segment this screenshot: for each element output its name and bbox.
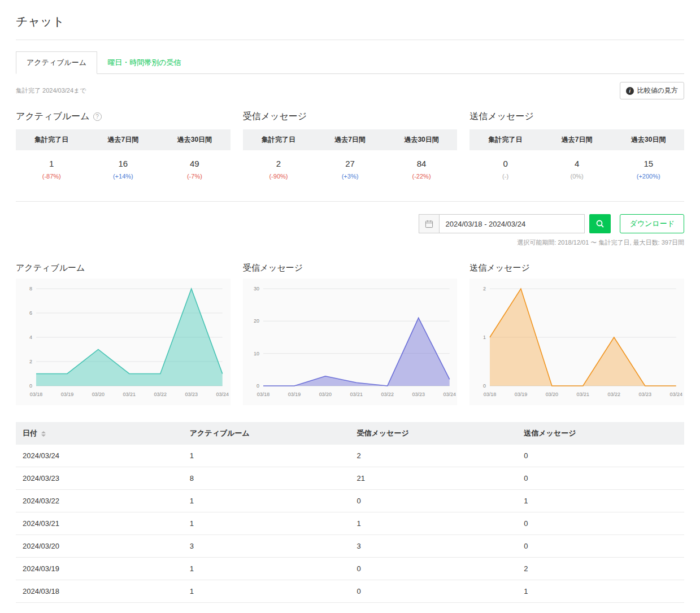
- svg-text:4: 4: [29, 334, 32, 340]
- date-range-input[interactable]: [439, 214, 585, 233]
- stat-card: 受信メッセージ集計完了日過去7日間過去30日間2(-90%)27(+3%)84(…: [243, 111, 458, 185]
- svg-text:03/24: 03/24: [670, 392, 682, 397]
- table-row: 2024/03/19102: [16, 558, 684, 580]
- stat-change: (-87%): [16, 173, 88, 180]
- table-row: 2024/03/20330: [16, 535, 684, 558]
- svg-text:03/23: 03/23: [412, 392, 424, 397]
- table-row: 2024/03/21110: [16, 512, 684, 535]
- stat-change: (+3%): [314, 173, 386, 180]
- table-cell: 1: [183, 558, 350, 580]
- stat-change: (+14%): [88, 173, 159, 180]
- stat-value: 1: [16, 159, 88, 168]
- help-circle-icon[interactable]: ?: [93, 112, 102, 121]
- svg-text:03/20: 03/20: [92, 392, 105, 397]
- tab-active-rooms[interactable]: アクティブルーム: [16, 51, 97, 74]
- stat-value: 4: [541, 159, 613, 168]
- stat-change: (-7%): [159, 173, 231, 180]
- svg-text:03/22: 03/22: [381, 392, 393, 397]
- stat-card-values-row: 1(-87%)16(+14%)49(-7%): [16, 150, 231, 185]
- table-cell: 0: [517, 512, 684, 535]
- svg-text:6: 6: [29, 310, 32, 316]
- table-cell: 2024/03/22: [16, 490, 183, 512]
- aggregation-status: 集計完了 2024/03/24まで: [16, 86, 86, 95]
- page-title: チャット: [16, 14, 684, 29]
- svg-text:03/20: 03/20: [546, 392, 558, 397]
- stat-value-cell: 16(+14%): [88, 159, 159, 180]
- stat-card-values-row: 0(-)4(0%)15(+200%): [469, 150, 684, 185]
- info-icon: i: [626, 87, 634, 95]
- svg-text:03/24: 03/24: [216, 392, 228, 397]
- stat-column-label: 過去7日間: [541, 129, 613, 150]
- sort-icon[interactable]: [41, 431, 46, 437]
- stat-value: 49: [159, 159, 231, 168]
- search-button[interactable]: [589, 214, 611, 233]
- table-cell: 3: [183, 535, 350, 558]
- stat-change: (-): [469, 173, 541, 180]
- tab-weekday-hourly[interactable]: 曜日・時間帯別の受信: [97, 52, 191, 73]
- tab-bar: アクティブルーム 曜日・時間帯別の受信: [16, 51, 684, 74]
- stat-change: (0%): [541, 173, 613, 180]
- svg-text:03/18: 03/18: [484, 392, 496, 397]
- stat-column-label: 過去30日間: [612, 129, 684, 150]
- svg-text:03/23: 03/23: [639, 392, 651, 397]
- date-range-hint: 選択可能期間: 2018/12/01 〜 集計完了日, 最大日数: 397日間: [16, 238, 684, 247]
- stat-column-label: 過去7日間: [314, 129, 386, 150]
- table-cell: 3: [350, 535, 518, 558]
- sort-down-arrow: [41, 434, 46, 437]
- table-cell: 0: [517, 535, 684, 558]
- table-header-3: 送信メッセージ: [517, 422, 684, 445]
- stat-card-title: 受信メッセージ: [243, 111, 458, 123]
- table-cell: 0: [350, 580, 518, 603]
- stat-card: 送信メッセージ集計完了日過去7日間過去30日間0(-)4(0%)15(+200%…: [469, 111, 684, 185]
- stat-card: アクティブルーム?集計完了日過去7日間過去30日間1(-87%)16(+14%)…: [16, 111, 231, 185]
- stat-value: 84: [386, 159, 458, 168]
- stat-change: (-90%): [243, 173, 315, 180]
- area-chart: 01203/1803/1903/2003/2103/2203/2303/24: [469, 279, 684, 405]
- svg-text:03/23: 03/23: [185, 392, 197, 397]
- stat-column-label: 集計完了日: [243, 129, 315, 150]
- svg-text:03/21: 03/21: [577, 392, 589, 397]
- svg-text:03/20: 03/20: [319, 392, 331, 397]
- table-header-2: 受信メッセージ: [350, 422, 518, 445]
- chart-panel: 受信メッセージ010203003/1803/1903/2003/2103/220…: [243, 263, 458, 405]
- section-divider: [16, 201, 684, 202]
- table-cell: 0: [517, 467, 684, 490]
- svg-text:03/22: 03/22: [608, 392, 620, 397]
- stat-cards-row: アクティブルーム?集計完了日過去7日間過去30日間1(-87%)16(+14%)…: [16, 111, 684, 185]
- comparison-help-button[interactable]: i 比較値の見方: [620, 82, 684, 99]
- calendar-icon-button[interactable]: [419, 214, 439, 233]
- svg-text:03/21: 03/21: [350, 392, 362, 397]
- stat-value: 27: [314, 159, 386, 168]
- table-header-row: 日付アクティブルーム受信メッセージ送信メッセージ: [16, 422, 684, 445]
- table-header-0[interactable]: 日付: [16, 422, 183, 445]
- stat-card-header-row: 集計完了日過去7日間過去30日間: [16, 129, 231, 150]
- chat-analytics-page: チャット アクティブルーム 曜日・時間帯別の受信 集計完了 2024/03/24…: [0, 0, 700, 613]
- stat-value: 2: [243, 159, 315, 168]
- table-cell: 1: [183, 580, 350, 603]
- svg-text:03/21: 03/21: [123, 392, 136, 397]
- stat-column-label: 集計完了日: [16, 129, 88, 150]
- stat-value-cell: 4(0%): [541, 159, 613, 180]
- chart-title: 送信メッセージ: [469, 263, 684, 273]
- svg-text:03/19: 03/19: [288, 392, 300, 397]
- download-button[interactable]: ダウンロード: [620, 214, 684, 233]
- table-row: 2024/03/18101: [16, 580, 684, 603]
- date-filter-row: ダウンロード: [16, 214, 684, 233]
- svg-text:03/22: 03/22: [154, 392, 167, 397]
- svg-text:2: 2: [29, 359, 32, 364]
- svg-text:03/18: 03/18: [256, 392, 269, 397]
- svg-text:03/19: 03/19: [61, 392, 73, 397]
- table-row: 2024/03/22101: [16, 490, 684, 512]
- calendar-icon: [425, 220, 433, 228]
- stat-change: (-22%): [386, 173, 458, 180]
- stat-value-cell: 2(-90%): [243, 159, 315, 180]
- stat-change: (+200%): [612, 173, 684, 180]
- table-row: 2024/03/24120: [16, 445, 684, 467]
- search-icon: [595, 219, 605, 228]
- table-cell: 2024/03/21: [16, 512, 183, 535]
- stat-value-cell: 27(+3%): [314, 159, 386, 180]
- svg-text:10: 10: [254, 351, 259, 357]
- stat-value-cell: 1(-87%): [16, 159, 88, 180]
- title-divider: [16, 40, 684, 40]
- table-cell: 2024/03/20: [16, 535, 183, 558]
